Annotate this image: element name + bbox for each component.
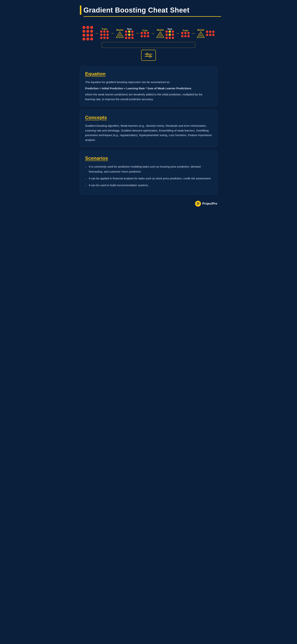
- filter-icon: [144, 53, 153, 58]
- concepts-card: Concepts Gradient boosting algorithm, We…: [80, 110, 217, 147]
- dot: [147, 35, 149, 38]
- test-1-group: Test: [125, 28, 134, 39]
- dot: [125, 34, 127, 36]
- dot: [90, 30, 93, 33]
- arrow-1: →: [95, 31, 99, 36]
- arrow-6: →: [191, 31, 195, 36]
- train-2-group: Train: [141, 29, 149, 38]
- dot: [144, 32, 146, 34]
- dot: [209, 34, 211, 36]
- test-1-label: Test: [127, 28, 132, 30]
- dot: [141, 32, 143, 34]
- dot: [100, 34, 102, 36]
- dot: [90, 38, 93, 40]
- test-2-group: Test: [165, 28, 174, 39]
- dot: [90, 26, 93, 29]
- train-3-dots: [181, 32, 190, 38]
- settings-icon-container[interactable]: [141, 50, 156, 61]
- dot: [106, 37, 109, 39]
- train-2-dots: [141, 32, 149, 38]
- final-dots: [206, 30, 215, 36]
- train-3-label: Train: [183, 29, 188, 32]
- dot: [100, 30, 102, 33]
- train-1-label: Train: [102, 28, 107, 30]
- dot: [187, 35, 190, 38]
- dot: [86, 38, 89, 40]
- train-3-group: Train: [181, 29, 190, 38]
- model-1-label: Model: [116, 28, 123, 31]
- scenarios-list: It is commonly used for predictive model…: [85, 164, 212, 188]
- dot: [172, 30, 174, 33]
- equation-card: Equation The equation for gradient boost…: [80, 66, 217, 106]
- dot: [106, 34, 109, 36]
- page-title: Gradient Boosting Cheat Sheet: [83, 6, 190, 14]
- dot: [103, 30, 106, 33]
- dot: [147, 32, 149, 34]
- test-2-label: Test: [167, 28, 172, 30]
- train-2-label: Train: [142, 29, 148, 32]
- diagram-section: → Train → Model: [80, 22, 217, 66]
- footer-logo-icon: [195, 201, 201, 207]
- dot: [86, 34, 89, 37]
- dot: [212, 30, 215, 33]
- svg-point-11: [196, 202, 200, 206]
- scenario-item-2: It can be applied in financial analysis …: [85, 176, 212, 181]
- dot: [125, 37, 127, 39]
- dot: [86, 30, 89, 33]
- projectpro-icon: [196, 202, 200, 206]
- train-1-dots: [100, 30, 109, 39]
- dot: [131, 37, 134, 39]
- scenarios-card-title: Scenarios: [85, 156, 212, 161]
- equation-formula: Prediction = Initial Prediction + Learni…: [85, 86, 212, 91]
- arrow-4: →: [151, 31, 155, 36]
- dot: [206, 30, 208, 33]
- dot: [100, 37, 102, 39]
- train-1-group: Train: [100, 28, 109, 39]
- footer: ProjectPro: [80, 198, 217, 208]
- page-container: Gradient Boosting Cheat Sheet: [74, 0, 223, 322]
- arrow-3: →: [135, 31, 139, 36]
- dashed-box: [102, 42, 195, 48]
- model-2-group: Model: [156, 28, 164, 38]
- dot: [187, 32, 190, 34]
- title-accent: [80, 6, 81, 15]
- dot: [86, 26, 89, 29]
- dot: [165, 30, 168, 33]
- title-underline: [83, 16, 221, 17]
- title-section: Gradient Boosting Cheat Sheet: [80, 6, 217, 17]
- concepts-text: Gradient boosting algorithm, Weak learne…: [85, 124, 212, 142]
- arrow-5: →: [176, 31, 180, 36]
- dot: [82, 30, 85, 33]
- svg-point-9: [146, 53, 148, 55]
- dot: [103, 37, 106, 39]
- dot: [209, 30, 211, 33]
- dot: [106, 30, 109, 33]
- dot: [128, 37, 130, 39]
- dot: [131, 34, 134, 36]
- dot: [82, 38, 85, 40]
- tree-icon-1: [116, 31, 124, 38]
- equation-text-3: where the weak learner predictions are i…: [85, 92, 212, 102]
- test-2-dots: [165, 30, 174, 39]
- dot: [141, 35, 143, 38]
- dot: [172, 34, 174, 36]
- dot-yellow: [128, 34, 130, 36]
- model-2-label: Model: [157, 28, 164, 31]
- flow-row: → Train → Model: [80, 26, 217, 40]
- svg-point-10: [149, 56, 151, 57]
- dot: [181, 35, 183, 38]
- dot: [165, 37, 168, 39]
- final-cluster: [206, 30, 215, 36]
- dot: [172, 37, 174, 39]
- model-1-group: Model: [116, 28, 124, 38]
- scenarios-card: Scenarios It is commonly used for predic…: [80, 151, 217, 194]
- dot: [90, 34, 93, 37]
- equation-text-1: The equation for gradient boosting regre…: [85, 80, 212, 84]
- tree-icon-3: [197, 31, 205, 38]
- initial-cluster: [82, 26, 93, 40]
- tree-icon-2: [156, 31, 164, 38]
- footer-logo-text: ProjectPro: [202, 202, 217, 205]
- dot: [181, 32, 183, 34]
- dots-grid-initial: [82, 26, 93, 40]
- footer-logo: ProjectPro: [195, 201, 217, 207]
